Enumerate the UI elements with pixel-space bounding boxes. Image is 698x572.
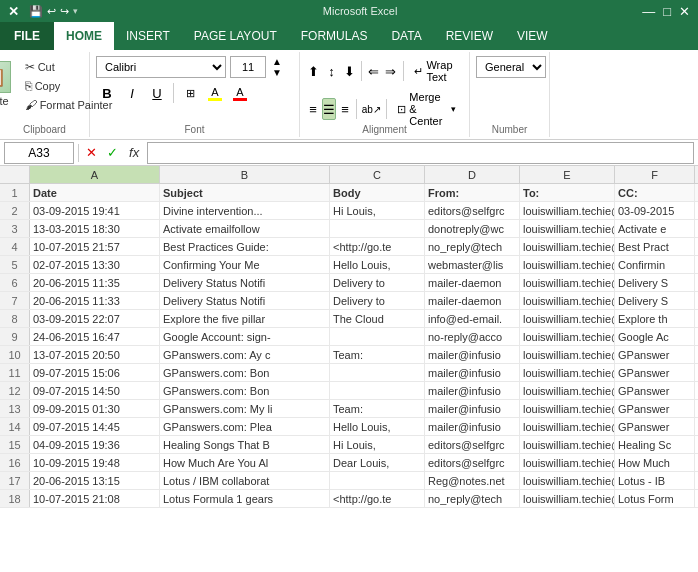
cell[interactable]: mailer-daemon (425, 292, 520, 309)
cell[interactable] (330, 382, 425, 399)
cell[interactable]: GPanswer (615, 382, 695, 399)
cell[interactable]: Explore th (615, 310, 695, 327)
cell[interactable]: no_reply@tech (425, 238, 520, 255)
border-button[interactable]: ⊞ (179, 82, 201, 104)
tab-page-layout[interactable]: PAGE LAYOUT (182, 22, 289, 50)
tab-home[interactable]: HOME (54, 22, 114, 50)
cell[interactable]: GPanswer (615, 418, 695, 435)
font-name-select[interactable]: Calibri Arial Times New Roman (96, 56, 226, 78)
maximize-btn[interactable]: □ (663, 4, 671, 19)
cell[interactable]: GPanswers.com: Plea (160, 418, 330, 435)
align-top-button[interactable]: ⬆ (306, 60, 322, 82)
cell[interactable]: GPanswer (615, 346, 695, 363)
cell[interactable]: louiswilliam.techie@gmail.c (520, 202, 615, 219)
cell[interactable] (330, 220, 425, 237)
cell[interactable]: louiswilliam.techie@gmail.c (520, 346, 615, 363)
cell[interactable]: Lotus - IB (615, 472, 695, 489)
col-header-a[interactable]: A (30, 166, 160, 183)
cell[interactable] (330, 472, 425, 489)
cell[interactable]: Delivery Status Notifi (160, 292, 330, 309)
font-color-button[interactable]: A (229, 82, 251, 104)
cell[interactable]: louiswilliam.techie@gmail.c (520, 382, 615, 399)
cell[interactable]: Google Ac (615, 328, 695, 345)
cell[interactable]: louiswilliam.techie@gmail.c (520, 364, 615, 381)
cell[interactable]: 20-06-2015 11:33 (30, 292, 160, 309)
cell[interactable]: mailer@infusio (425, 382, 520, 399)
cell[interactable]: louiswilliam.techie@gmail.c (520, 310, 615, 327)
cell[interactable]: 03-09-2015 19:41 (30, 202, 160, 219)
cell[interactable]: 09-07-2015 15:06 (30, 364, 160, 381)
cell[interactable]: no-reply@acco (425, 328, 520, 345)
cell[interactable]: Lotus Formula 1 gears (160, 490, 330, 507)
align-right-button[interactable]: ≡ (338, 98, 352, 120)
cell[interactable]: louiswilliam.techie@gmail.c (520, 238, 615, 255)
col-header-b[interactable]: B (160, 166, 330, 183)
paste-button[interactable]: 📋 Paste (0, 56, 18, 112)
indent-decrease-button[interactable]: ⇐ (366, 60, 382, 82)
cell[interactable]: 02-07-2015 13:30 (30, 256, 160, 273)
align-center-button[interactable]: ☰ (322, 98, 336, 120)
cell[interactable]: mailer@infusio (425, 364, 520, 381)
cell[interactable]: From: (425, 184, 520, 201)
cell[interactable]: info@ed-email. (425, 310, 520, 327)
insert-function-button[interactable]: fx (125, 145, 143, 160)
formula-confirm-button[interactable]: ✓ (104, 145, 121, 160)
tab-formulas[interactable]: FORMULAS (289, 22, 380, 50)
cell[interactable]: GPanswers.com: Bon (160, 364, 330, 381)
cell[interactable]: Activate emailfollow (160, 220, 330, 237)
close-btn[interactable]: ✕ (679, 4, 690, 19)
cell[interactable]: Hello Louis, (330, 418, 425, 435)
cell[interactable]: Subject (160, 184, 330, 201)
cell[interactable]: Confirming Your Me (160, 256, 330, 273)
number-format-select[interactable]: General Number Currency Date Text (476, 56, 546, 78)
cell[interactable]: Google Account: sign- (160, 328, 330, 345)
cell[interactable]: Lotus Form (615, 490, 695, 507)
cell[interactable]: louiswilliam.techie@gmail.c (520, 256, 615, 273)
align-left-button[interactable]: ≡ (306, 98, 320, 120)
cell[interactable]: louiswilliam.techie@gmail.c (520, 454, 615, 471)
formula-cancel-button[interactable]: ✕ (83, 145, 100, 160)
cell[interactable]: Delivery to (330, 292, 425, 309)
cell[interactable]: webmaster@lis (425, 256, 520, 273)
cell[interactable]: CC: (615, 184, 695, 201)
cell[interactable]: Best Pract (615, 238, 695, 255)
tab-view[interactable]: VIEW (505, 22, 560, 50)
cell[interactable] (330, 364, 425, 381)
cell[interactable]: Team: (330, 346, 425, 363)
cell[interactable]: Explore the five pillar (160, 310, 330, 327)
cell[interactable]: Delivery S (615, 292, 695, 309)
cell[interactable]: mailer@infusio (425, 346, 520, 363)
cell[interactable]: no_reply@tech (425, 490, 520, 507)
cell[interactable]: Hi Louis, (330, 202, 425, 219)
cell[interactable]: GPanswers.com: Bon (160, 382, 330, 399)
cell[interactable]: louiswilliam.techie@gmail.c (520, 436, 615, 453)
cell[interactable]: 10-07-2015 21:57 (30, 238, 160, 255)
col-header-c[interactable]: C (330, 166, 425, 183)
indent-increase-button[interactable]: ⇒ (383, 60, 399, 82)
cell[interactable]: 10-07-2015 21:08 (30, 490, 160, 507)
cell[interactable]: 13-03-2015 18:30 (30, 220, 160, 237)
font-size-increase-button[interactable]: ▲ (270, 57, 284, 67)
cell[interactable]: Delivery S (615, 274, 695, 291)
tab-review[interactable]: REVIEW (434, 22, 505, 50)
cell-reference-input[interactable] (4, 142, 74, 164)
cell[interactable]: Hello Louis, (330, 256, 425, 273)
cell[interactable]: Confirmin (615, 256, 695, 273)
cell[interactable]: louiswilliam.techie@gmail.c (520, 274, 615, 291)
cell[interactable]: Date (30, 184, 160, 201)
cell[interactable]: 04-09-2015 19:36 (30, 436, 160, 453)
tab-data[interactable]: DATA (379, 22, 433, 50)
fill-color-button[interactable]: A (204, 82, 226, 104)
cell[interactable]: Hi Louis, (330, 436, 425, 453)
cell[interactable]: donotreply@wc (425, 220, 520, 237)
font-size-decrease-button[interactable]: ▼ (270, 68, 284, 78)
minimize-btn[interactable]: — (642, 4, 655, 19)
align-bottom-button[interactable]: ⬇ (341, 60, 357, 82)
cell[interactable]: The Cloud (330, 310, 425, 327)
merge-dropdown-icon[interactable]: ▾ (451, 104, 456, 114)
cell[interactable]: louiswilliam.techie@gmail.c (520, 220, 615, 237)
cell[interactable]: <http://go.te (330, 490, 425, 507)
cell[interactable]: louiswilliam.techie@gmail.c (520, 400, 615, 417)
cell[interactable]: How Much (615, 454, 695, 471)
cell[interactable]: mailer@infusio (425, 400, 520, 417)
